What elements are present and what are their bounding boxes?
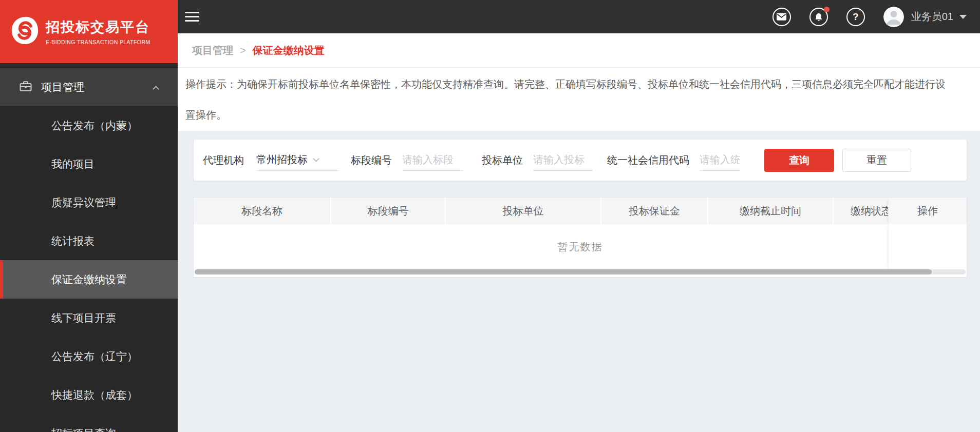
empty-state-text: 暂无数据 xyxy=(558,240,603,254)
sidebar-item-my-projects[interactable]: 我的项目 xyxy=(0,145,178,183)
sidebar-menu: 公告发布（内蒙） 我的项目 质疑异议管理 统计报表 保证金缴纳设置 线下项目开票… xyxy=(0,106,178,432)
horizontal-scrollbar[interactable] xyxy=(195,269,966,274)
sidebar-item-offline-invoicing[interactable]: 线下项目开票 xyxy=(0,299,178,337)
brand-logo: 招投标交易平台 E-BIDDING TRANSACTION PLATFORM xyxy=(0,0,178,63)
agency-select[interactable]: 常州招投标 xyxy=(256,149,338,171)
horizontal-scrollbar-thumb[interactable] xyxy=(195,269,932,274)
sidebar-item-announcement-neimeng[interactable]: 公告发布（内蒙） xyxy=(0,106,178,145)
brand-title: 招投标交易平台 xyxy=(46,18,150,36)
breadcrumb-parent[interactable]: 项目管理 xyxy=(192,44,233,57)
column-header-bidder: 投标单位 xyxy=(446,198,601,224)
sidebar-item-objection-management[interactable]: 质疑异议管理 xyxy=(0,183,178,222)
credit-code-label: 统一社会信用代码 xyxy=(607,153,689,167)
bidder-label: 投标单位 xyxy=(482,153,523,167)
table-header-row: 标段名称 标段编号 投标单位 投标保证金 缴纳截止时间 缴纳状态 操作 xyxy=(194,198,967,224)
brand-logo-icon xyxy=(10,16,40,47)
fixed-actions-column xyxy=(888,224,967,269)
section-number-input[interactable] xyxy=(402,149,463,171)
results-table: 标段名称 标段编号 投标单位 投标保证金 缴纳截止时间 缴纳状态 操作 暂无数据 xyxy=(194,198,967,277)
main-content: 操作提示：为确保开标前投标单位名单保密性，本功能仅支持精准查询。请完整、正确填写… xyxy=(178,68,980,432)
topbar: ? 业务员01 xyxy=(178,0,980,33)
breadcrumb-separator: > xyxy=(240,45,246,56)
agency-select-value: 常州招投标 xyxy=(256,153,307,167)
bell-icon[interactable] xyxy=(809,8,828,26)
reset-button[interactable]: 重置 xyxy=(842,149,911,172)
user-menu[interactable]: 业务员01 xyxy=(883,7,967,27)
table-body: 暂无数据 xyxy=(194,224,967,269)
operation-hint: 操作提示：为确保开标前投标单位名单保密性，本功能仅支持精准查询。请完整、正确填写… xyxy=(178,68,980,131)
mail-icon[interactable] xyxy=(772,8,791,26)
sidebar-item-quick-refund[interactable]: 快捷退款（成套） xyxy=(0,376,178,414)
column-header-actions: 操作 xyxy=(888,198,967,224)
breadcrumb: 项目管理 > 保证金缴纳设置 xyxy=(178,33,980,68)
sidebar: 招投标交易平台 E-BIDDING TRANSACTION PLATFORM 项… xyxy=(0,0,178,432)
sidebar-item-bidding-project-query[interactable]: 招标项目查询 xyxy=(0,414,178,432)
search-button[interactable]: 查询 xyxy=(764,149,834,172)
column-header-section-name: 标段名称 xyxy=(194,198,331,224)
bidder-input[interactable] xyxy=(533,149,593,171)
username: 业务员01 xyxy=(911,10,953,24)
credit-code-input[interactable] xyxy=(700,149,740,171)
column-header-payment-status: 缴纳状态 xyxy=(834,198,888,224)
agency-label: 代理机构 xyxy=(203,153,244,167)
avatar xyxy=(883,7,904,27)
notification-dot xyxy=(824,7,830,12)
sidebar-group-label: 项目管理 xyxy=(41,80,84,94)
briefcase-icon xyxy=(20,81,32,94)
menu-icon[interactable] xyxy=(185,9,199,24)
column-header-section-number: 标段编号 xyxy=(331,198,446,224)
chevron-down-icon xyxy=(313,155,319,162)
sidebar-item-statistics-report[interactable]: 统计报表 xyxy=(0,222,178,260)
column-header-deadline: 缴纳截止时间 xyxy=(708,198,834,224)
filter-bar: 代理机构 常州招投标 标段编号 投标单位 统一社会信用代码 查询 重置 xyxy=(194,140,967,181)
sidebar-item-deposit-payment-setting[interactable]: 保证金缴纳设置 xyxy=(0,260,178,299)
column-header-deposit: 投标保证金 xyxy=(601,198,708,224)
section-number-label: 标段编号 xyxy=(351,153,392,167)
sidebar-group-project-management[interactable]: 项目管理 xyxy=(0,68,178,106)
chevron-up-icon xyxy=(153,86,159,92)
sidebar-item-announcement-liaoning[interactable]: 公告发布（辽宁） xyxy=(0,337,178,376)
brand-subtitle: E-BIDDING TRANSACTION PLATFORM xyxy=(46,39,150,45)
breadcrumb-current: 保证金缴纳设置 xyxy=(253,44,325,57)
caret-down-icon xyxy=(959,15,967,19)
help-icon[interactable]: ? xyxy=(846,8,865,26)
